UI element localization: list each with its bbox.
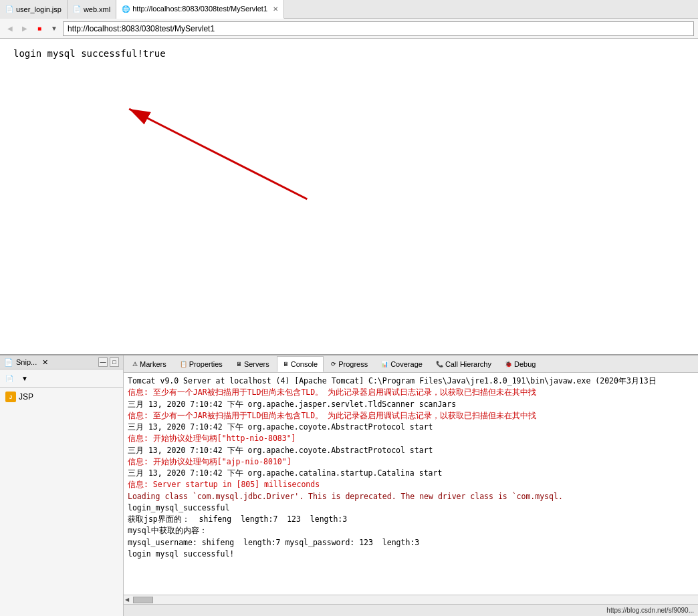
console-tab-markers[interactable]: ⚠ Markers — [126, 356, 172, 372]
console-line: 信息: Server startup in [805] milliseconds — [128, 479, 694, 490]
left-panel: 📄 Snip... ✕ — □ 📄 ▼ J JSP — [0, 355, 124, 616]
stop-button[interactable]: ■ — [33, 23, 45, 35]
servers-icon: 🖥 — [236, 361, 242, 367]
left-panel-maximize[interactable]: □ — [110, 357, 119, 367]
jsp-item-label: JSP — [19, 392, 33, 402]
left-panel-toolbar: 📄 ▼ — [0, 369, 123, 388]
tab-icon-servlet-url: 🌐 — [122, 5, 130, 13]
jsp-icon: J — [5, 392, 16, 402]
console-tab-progress[interactable]: ⟳ Progress — [325, 356, 374, 372]
status-text: https://blog.csdn.net/sf9090... — [606, 607, 694, 614]
left-panel-header: 📄 Snip... ✕ — □ — [0, 355, 123, 369]
console-line: 信息: 开始协议处理句柄["http-nio-8083"] — [128, 433, 694, 444]
console-line: 信息: 开始协议处理句柄["ajp-nio-8010"] — [128, 456, 694, 468]
back-button[interactable]: ◀ — [4, 23, 16, 35]
debug-label: Debug — [514, 360, 536, 368]
properties-icon: 📋 — [180, 361, 187, 367]
address-bar: ◀ ▶ ■ ▼ — [0, 19, 698, 39]
properties-label: Properties — [189, 360, 223, 368]
scroll-left-arrow[interactable]: ◀ — [124, 597, 130, 603]
markers-label: Markers — [140, 360, 166, 368]
console-line: 信息: 至少有一个JAR被扫描用于TLD但尚未包含TLD。 为此记录器启用调试日… — [128, 387, 694, 398]
browser-content-area: login mysql successful!true — [0, 39, 698, 354]
forward-button[interactable]: ▶ — [19, 23, 31, 35]
console-tab-properties[interactable]: 📋 Properties — [174, 356, 229, 372]
console-line: 三月 13, 2020 7:10:42 下午 org.apache.coyote… — [128, 422, 694, 433]
tab-icon-web-xml: 📄 — [73, 5, 81, 13]
browser-tab-bar: 📄 user_login.jsp 📄 web.xml 🌐 http://loca… — [0, 0, 698, 19]
url-input[interactable] — [63, 21, 694, 36]
console-line: 三月 13, 2020 7:10:42 下午 org.apache.catali… — [128, 468, 694, 479]
tab-label-user-login: user_login.jsp — [16, 5, 62, 13]
left-panel-controls: — □ — [98, 357, 119, 367]
console-tab-console[interactable]: 🖥 Console — [277, 356, 324, 372]
tab-label-web-xml: web.xml — [84, 5, 110, 13]
left-panel-icon: 📄 — [4, 358, 13, 367]
tab-servlet-url[interactable]: 🌐 http://localhost:8083/0308test/MyServl… — [116, 0, 284, 19]
status-bar: https://blog.csdn.net/sf9090... — [124, 604, 698, 616]
console-panel: ⚠ Markers 📋 Properties 🖥 Servers 🖥 Conso… — [124, 355, 698, 616]
console-line: mysql中获取的内容： — [128, 525, 694, 536]
tab-web-xml[interactable]: 📄 web.xml — [68, 0, 116, 19]
left-panel-title: Snip... — [16, 358, 37, 366]
console-tab-servers[interactable]: 🖥 Servers — [230, 356, 275, 372]
console-line: Loading class `com.mysql.jdbc.Driver'. T… — [128, 491, 694, 502]
progress-icon: ⟳ — [331, 361, 336, 367]
console-line: Tomcat v9.0 Server at localhost (4) [Apa… — [128, 375, 694, 387]
console-line: mysql_username: shifeng length:7 mysql_p… — [128, 537, 694, 549]
left-panel-toolbar-btn2[interactable]: ▼ — [18, 371, 31, 385]
console-line: 三月 13, 2020 7:10:42 下午 org.apache.jasper… — [128, 399, 694, 410]
left-panel-minimize[interactable]: — — [98, 357, 108, 367]
jsp-item[interactable]: J JSP — [3, 390, 120, 404]
console-line: 信息: 至少有一个JAR被扫描用于TLD但尚未包含TLD。 为此记录器启用调试日… — [128, 410, 694, 422]
debug-icon: 🐞 — [505, 361, 512, 367]
svg-line-1 — [129, 109, 307, 199]
console-tab-debug[interactable]: 🐞 Debug — [499, 356, 542, 372]
call-hierarchy-label: Call Hierarchy — [445, 360, 491, 368]
bottom-section: 📄 Snip... ✕ — □ 📄 ▼ J JSP ⚠ Marker — [0, 354, 698, 616]
console-line: login mysql successful! — [128, 549, 694, 560]
console-line: 获取jsp界面的： shifeng length:7 123 length:3 — [128, 514, 694, 525]
console-horizontal-scrollbar[interactable]: ◀ — [124, 595, 698, 604]
progress-label: Progress — [338, 360, 368, 368]
tab-close-servlet-url[interactable]: ✕ — [273, 5, 278, 13]
coverage-label: Coverage — [390, 360, 423, 368]
console-tab-bar: ⚠ Markers 📋 Properties 🖥 Servers 🖥 Conso… — [124, 355, 698, 373]
left-panel-content: J JSP — [0, 388, 123, 616]
console-icon: 🖥 — [283, 361, 289, 367]
console-line: 三月 13, 2020 7:10:42 下午 org.apache.coyote… — [128, 445, 694, 456]
tab-user-login[interactable]: 📄 user_login.jsp — [0, 0, 68, 19]
servers-label: Servers — [244, 360, 269, 368]
console-line: login_mysql_successful — [128, 502, 694, 514]
console-tab-coverage[interactable]: 📊 Coverage — [375, 356, 429, 372]
red-arrow-overlay — [0, 39, 698, 354]
page-content-text: login mysql successful!true — [13, 48, 685, 59]
scroll-thumb[interactable] — [133, 597, 153, 603]
call-hierarchy-icon: 📞 — [436, 361, 443, 367]
console-output: Tomcat v9.0 Server at localhost (4) [Apa… — [124, 373, 698, 595]
coverage-icon: 📊 — [381, 361, 388, 367]
tab-icon-user-login: 📄 — [5, 5, 13, 13]
console-tab-call-hierarchy[interactable]: 📞 Call Hierarchy — [430, 356, 497, 372]
markers-icon: ⚠ — [132, 361, 138, 367]
left-panel-title-area: 📄 Snip... ✕ — [4, 358, 48, 367]
left-panel-close-icon[interactable]: ✕ — [42, 358, 48, 367]
dropdown-button[interactable]: ▼ — [48, 23, 60, 35]
tab-label-servlet-url: http://localhost:8083/0308test/MyServlet… — [132, 5, 267, 13]
console-label: Console — [291, 360, 318, 368]
left-panel-toolbar-btn1[interactable]: 📄 — [3, 371, 16, 385]
